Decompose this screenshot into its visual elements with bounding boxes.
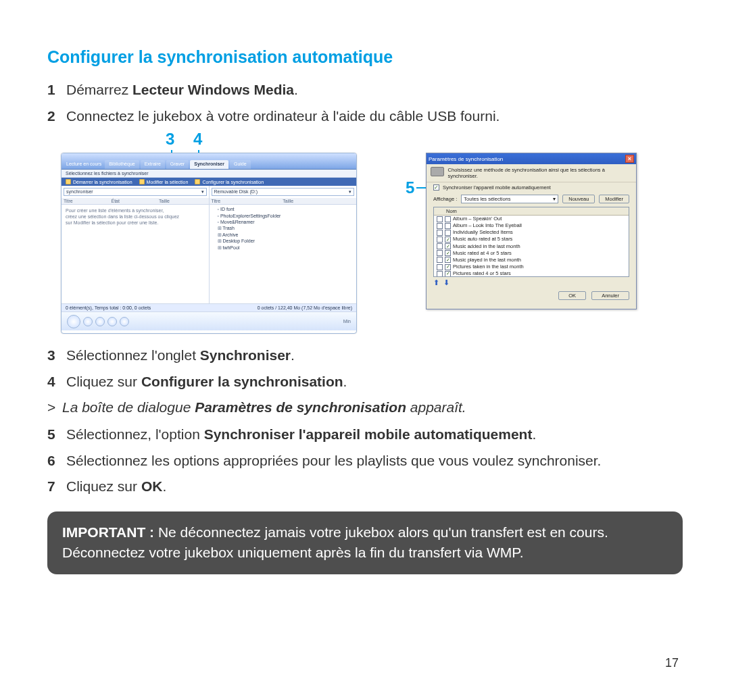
list-label: Individually Selected Items xyxy=(453,229,513,236)
cancel-button[interactable]: Annuler xyxy=(591,291,629,300)
tag-icon xyxy=(445,230,451,236)
display-label: Affichage : xyxy=(433,196,457,202)
display-row: Affichage : Toutes les sélections▾ Nouve… xyxy=(427,193,636,205)
step-text-part: . xyxy=(162,478,166,494)
wmp-screenshot: Lecture en cours Bibliothèque Extraire G… xyxy=(61,153,357,334)
step-text: Connectez le jukebox à votre ordinateur … xyxy=(66,105,500,128)
move-up-icon[interactable]: ⬆ xyxy=(433,278,439,287)
checkbox-icon[interactable] xyxy=(437,223,443,229)
checkbox-icon[interactable] xyxy=(437,257,443,263)
checkbox-icon[interactable] xyxy=(437,236,443,243)
sync-icon xyxy=(66,179,71,184)
hint-line: sur Modifier la sélection pour créer une… xyxy=(66,220,205,226)
wmp-controls: Min xyxy=(62,311,356,330)
stop-button-icon[interactable] xyxy=(83,317,93,326)
wmp-left-hint: Pour créer une liste d'éléments à synchr… xyxy=(62,205,209,228)
tree-item[interactable]: twhPool xyxy=(214,245,353,251)
dropdown-value: synchroniser xyxy=(66,189,93,195)
dialog-title: Paramètres de synchronisation xyxy=(429,156,503,162)
step-text-part: Démarrez xyxy=(66,82,132,97)
tag-icon: ✓ xyxy=(445,271,451,277)
checkbox-icon[interactable] xyxy=(437,216,443,222)
tag-icon xyxy=(445,216,451,222)
step-text-part: . xyxy=(343,374,347,389)
steps-list-3: 5 Sélectionnez, l'option Synchroniser l'… xyxy=(47,424,683,498)
mute-button-icon[interactable] xyxy=(120,317,129,326)
auto-sync-option[interactable]: ✓ Synchroniser l'appareil mobile automat… xyxy=(427,182,636,193)
step-4: 4 Cliquez sur Configurer la synchronisat… xyxy=(47,371,683,393)
checkbox-icon[interactable] xyxy=(437,271,443,277)
tree-item[interactable]: Desktop Folder xyxy=(214,238,353,244)
wmp-crumb-edit[interactable]: Modifier la sélection xyxy=(139,179,189,184)
list-item[interactable]: Album – Speakin' Out xyxy=(434,216,629,222)
chevron-down-icon: ▾ xyxy=(349,189,351,195)
list-item[interactable]: ✓Music added in the last month xyxy=(434,243,629,250)
wmp-right-dropdown[interactable]: Removable Disk (D:)▾ xyxy=(212,188,355,196)
callout-3: 3 xyxy=(166,130,174,149)
crumb-label: Modifier la sélection xyxy=(147,180,189,184)
wmp-crumb-start[interactable]: Démarrer la synchronisation xyxy=(66,179,132,184)
list-label: Album – Speakin' Out xyxy=(453,216,502,222)
checkbox-icon[interactable] xyxy=(437,243,443,249)
step-text-bold: OK xyxy=(141,478,163,494)
tree-item[interactable]: ID font xyxy=(214,206,353,212)
list-item[interactable]: Album – Look Into The Eyeball xyxy=(434,222,629,229)
chevron-down-icon: ▾ xyxy=(553,196,556,202)
list-item[interactable]: Individually Selected Items xyxy=(434,229,629,236)
step-number: 5 xyxy=(47,424,62,446)
tag-icon: ✓ xyxy=(445,250,451,256)
tag-icon xyxy=(445,223,451,229)
checkbox-icon[interactable] xyxy=(437,250,443,256)
wmp-crumb-config[interactable]: Configurer la synchronisation xyxy=(195,179,264,184)
playlist-list: Nom Album – Speakin' Out Album – Look In… xyxy=(433,207,629,277)
edit-button[interactable]: Modifier xyxy=(599,195,629,203)
tree-item[interactable]: Move&Renamer xyxy=(214,219,353,225)
wmp-tab-guide[interactable]: Guide xyxy=(230,160,251,169)
col-header: Taille xyxy=(159,199,207,203)
step-text: Sélectionnez, l'option Synchroniser l'ap… xyxy=(66,424,536,446)
page-number: 17 xyxy=(665,656,679,670)
step-6: 6 Sélectionnez les options appropriées p… xyxy=(47,450,683,472)
list-item[interactable]: ✓Pictures rated 4 or 5 stars xyxy=(434,270,629,277)
list-item[interactable]: ✓Pictures taken in the last month xyxy=(434,264,629,270)
list-item[interactable]: ✓Music played in the last month xyxy=(434,257,629,264)
list-header: Nom xyxy=(434,207,629,216)
wmp-left-dropdown[interactable]: synchroniser▾ xyxy=(64,188,207,196)
step-text-part: Sélectionnez l'onglet xyxy=(66,347,200,363)
wmp-left-columns: TitreÉtatTaille xyxy=(62,198,209,205)
prev-button-icon[interactable] xyxy=(95,317,105,326)
checkbox-icon[interactable] xyxy=(437,264,443,270)
ok-button[interactable]: OK xyxy=(558,291,586,300)
hint-line: créez une sélection dans la liste ci-des… xyxy=(66,214,205,220)
new-button[interactable]: Nouveau xyxy=(562,195,595,203)
step-7: 7 Cliquez sur OK. xyxy=(47,476,683,498)
wmp-tab-burn[interactable]: Graver xyxy=(166,160,189,169)
display-combo[interactable]: Toutes les sélections▾ xyxy=(461,195,558,203)
step-text: Sélectionnez l'onglet Synchroniser. xyxy=(66,345,295,367)
tree-item[interactable]: PhotoExplorerSettingsFolder xyxy=(214,213,353,219)
wmp-tab-rip[interactable]: Extraire xyxy=(141,160,165,169)
checkbox-icon[interactable]: ✓ xyxy=(433,184,439,191)
combo-value: Toutes les sélections xyxy=(464,196,510,202)
list-item[interactable]: ✓Music auto rated at 5 stars xyxy=(434,236,629,243)
wmp-crumbs: Démarrer la synchronisation Modifier la … xyxy=(62,178,356,186)
wmp-tab-sync[interactable]: Synchroniser xyxy=(190,160,228,169)
step-text-part: Sélectionnez, l'option xyxy=(66,426,204,442)
next-button-icon[interactable] xyxy=(107,317,117,326)
step-text: Cliquez sur Configurer la synchronisatio… xyxy=(66,371,347,393)
close-icon[interactable]: × xyxy=(625,155,634,163)
move-down-icon[interactable]: ⬇ xyxy=(443,278,449,287)
step-number: 1 xyxy=(47,79,62,101)
list-item[interactable]: ✓Music rated at 4 or 5 stars xyxy=(434,250,629,257)
wmp-tab-library[interactable]: Bibliothèque xyxy=(105,160,139,169)
play-button-icon[interactable] xyxy=(67,315,80,328)
tag-icon: ✓ xyxy=(445,257,451,263)
tree-item[interactable]: Archive xyxy=(214,232,353,238)
wmp-body: synchroniser▾ TitreÉtatTaille Pour créer… xyxy=(62,186,356,303)
checkbox-icon[interactable] xyxy=(437,230,443,236)
tree-item[interactable]: Trash xyxy=(214,225,353,231)
step-5: 5 Sélectionnez, l'option Synchroniser l'… xyxy=(47,424,683,446)
result-text-part: La boîte de dialogue xyxy=(62,399,195,415)
tag-icon: ✓ xyxy=(445,243,451,249)
important-line-1: Ne déconnectez jamais votre jukebox alor… xyxy=(154,524,608,540)
